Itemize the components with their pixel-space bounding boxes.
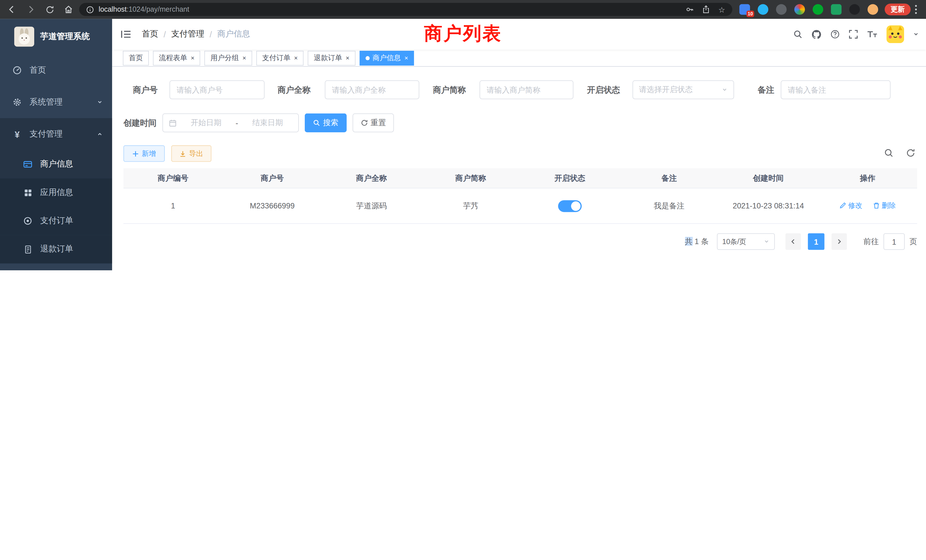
close-icon[interactable]: × [345,55,349,61]
page-size-value: 10条/页 [722,237,746,247]
bookmark-star-icon[interactable]: ☆ [719,6,725,14]
toggle-search-icon[interactable] [882,147,896,160]
export-button[interactable]: 导出 [171,145,212,162]
pagination-goto: 前往 页 [863,233,917,250]
tab-home[interactable]: 首页 [123,50,149,65]
tab-label: 支付订单 [262,53,290,63]
merchant-no-input[interactable] [169,80,265,99]
merchant-no-label: 商户号 [133,80,158,99]
col-header-id: 商户编号 [123,168,222,188]
page-1-button[interactable]: 1 [808,233,825,250]
extension-icon-4[interactable] [794,4,805,15]
status-select[interactable]: 请选择开启状态 [632,80,734,99]
page-unit-label: 页 [909,236,917,247]
date-end-placeholder: 结束日期 [243,118,292,128]
share-icon[interactable] [702,5,710,14]
sidebar-item-infrastructure[interactable]: 基础设施 [0,263,112,270]
table-header-row: 商户编号 商户号 商户全称 商户简称 开启状态 备注 创建时间 操作 [123,168,917,188]
extension-icon-7[interactable] [849,4,860,15]
close-icon[interactable]: × [242,55,246,61]
date-separator: - [236,118,238,127]
fullscreen-icon[interactable] [849,30,858,39]
top-navbar: 首页 / 支付管理 / 商户信息 [112,19,926,50]
tab-process-form[interactable]: 流程表单 × [153,50,201,65]
col-header-actions: 操作 [818,168,917,188]
payment-submenu: 商户信息 应用信息 支付订单 [0,150,112,263]
tab-user-group[interactable]: 用户分组 × [205,50,252,65]
tab-merchant-info[interactable]: 商户信息 × [360,50,414,65]
sidebar-item-pay-order[interactable]: 支付订单 [0,207,112,235]
col-header-remark: 备注 [619,168,719,188]
extension-icon-1[interactable]: 10 [739,4,750,15]
site-info-icon[interactable] [86,6,94,14]
add-button[interactable]: 新增 [123,145,165,162]
breadcrumb-home[interactable]: 首页 [142,29,158,39]
status-label: 开启状态 [587,80,620,99]
help-icon[interactable] [830,30,840,39]
browser-toolbar: localhost:1024/pay/merchant ☆ 10 [0,0,926,19]
sidebar: 芋道管理系统 首页 系统管理 [0,19,112,270]
home-icon[interactable] [61,2,76,17]
page-size-select[interactable]: 10条/页 [717,233,775,250]
create-time-range-input[interactable]: 开始日期 - 结束日期 [162,114,299,132]
extension-icon-3[interactable] [776,4,787,15]
font-size-icon[interactable] [867,30,878,39]
edit-label: 修改 [848,201,862,211]
col-header-create-time: 创建时间 [719,168,818,188]
extensions-area: 10 [739,3,878,15]
extension-icon-2[interactable] [758,4,768,15]
search-button[interactable]: 搜索 [305,114,346,132]
back-icon[interactable] [5,2,19,17]
full-name-input[interactable] [325,80,419,99]
delete-button[interactable]: 删除 [873,201,896,211]
search-icon[interactable] [793,30,803,39]
tab-label: 退款订单 [314,53,342,63]
sidebar-item-merchant-info[interactable]: 商户信息 [0,150,112,178]
col-header-merchant-no: 商户号 [222,168,322,188]
remark-input[interactable] [781,80,890,99]
status-toggle[interactable] [558,200,582,212]
cell-status [520,200,619,212]
refresh-list-icon[interactable] [904,147,917,160]
pagination: 共 1 条 10条/页 1 前往 [685,233,917,250]
sidebar-item-system[interactable]: 系统管理 [0,86,112,118]
address-bar[interactable]: localhost:1024/pay/merchant ☆ [79,3,732,16]
app-logo: 芋道管理系统 [0,19,112,54]
cell-remark: 我是备注 [619,200,719,211]
sidebar-item-app-info[interactable]: 应用信息 [0,179,112,207]
avatar-caret-icon[interactable] [913,31,919,37]
github-icon[interactable] [811,29,822,39]
breadcrumb-payment[interactable]: 支付管理 [171,29,204,39]
sidebar-item-home[interactable]: 首页 [0,54,112,86]
browser-menu-icon[interactable] [915,5,917,17]
sidebar-item-payment[interactable]: ¥ 支付管理 [0,118,112,150]
user-avatar[interactable] [887,26,904,43]
close-icon[interactable]: × [191,55,194,61]
profile-avatar-icon[interactable] [867,4,878,15]
prev-page-button[interactable] [785,233,801,250]
tab-pay-order[interactable]: 支付订单 × [256,50,304,65]
forward-icon[interactable] [24,2,38,17]
short-name-input[interactable] [480,80,573,99]
tab-refund-order[interactable]: 退款订单 × [308,50,356,65]
close-icon[interactable]: × [404,55,408,61]
close-icon[interactable]: × [294,55,298,61]
create-time-label: 创建时间 [123,114,156,132]
goto-page-input[interactable] [884,233,905,250]
extension-icon-5[interactable] [813,4,823,15]
password-key-icon[interactable] [686,5,694,14]
chevron-down-icon [764,239,770,245]
sidebar-item-refund-order[interactable]: 退款订单 [0,235,112,263]
hamburger-icon[interactable] [121,30,131,39]
tab-label: 商户信息 [373,53,401,63]
refresh-icon [361,119,368,126]
pencil-icon [839,202,846,209]
breadcrumb: 首页 / 支付管理 / 商户信息 [142,29,250,39]
chrome-update-button[interactable]: 更新 [885,3,911,15]
reload-icon[interactable] [42,2,57,17]
reset-button[interactable]: 重置 [353,114,394,132]
next-page-button[interactable] [832,233,847,250]
edit-button[interactable]: 修改 [839,201,862,211]
extension-icon-6[interactable] [831,4,841,15]
yen-icon: ¥ [12,130,22,139]
